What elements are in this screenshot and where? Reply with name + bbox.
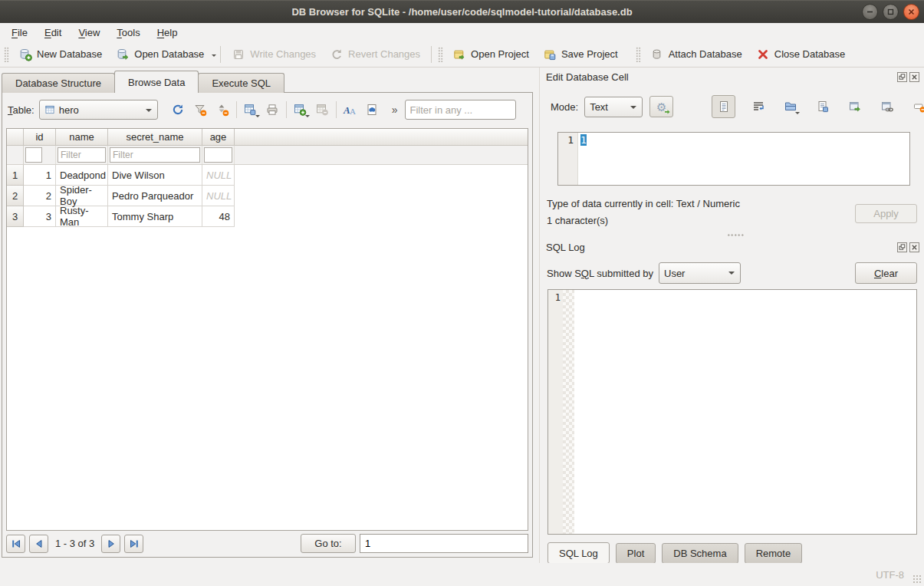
show-sql-label: Show SQL submitted by bbox=[547, 268, 653, 279]
import-cell-button[interactable] bbox=[779, 96, 801, 117]
text-view-button[interactable] bbox=[712, 95, 735, 118]
float-dock-button[interactable] bbox=[897, 72, 907, 82]
dock-splitter-handle[interactable] bbox=[727, 233, 744, 237]
tab-db-schema[interactable]: DB Schema bbox=[662, 543, 738, 564]
float-dock-button[interactable] bbox=[897, 242, 907, 252]
filter-input-id[interactable] bbox=[25, 147, 42, 163]
attach-database-button[interactable]: Attach Database bbox=[643, 44, 749, 64]
mode-combobox[interactable]: Text bbox=[584, 97, 643, 117]
delete-record-button bbox=[311, 99, 334, 120]
apply-format-button[interactable]: ⚙ bbox=[649, 96, 673, 117]
format-toolbar-button[interactable]: A A bbox=[339, 99, 361, 120]
tab-label: Database Structure bbox=[15, 77, 101, 89]
export-cell-button[interactable] bbox=[811, 96, 834, 117]
column-header-secret-name[interactable]: secret_name bbox=[108, 129, 202, 146]
svg-text:A: A bbox=[350, 107, 356, 116]
open-database-dropdown[interactable] bbox=[212, 54, 216, 59]
cell-secret-name[interactable]: Dive Wilson bbox=[108, 165, 202, 186]
table-combobox[interactable]: hero bbox=[39, 100, 158, 120]
tab-remote[interactable]: Remote bbox=[745, 543, 803, 564]
open-database-button[interactable]: Open Database bbox=[109, 44, 211, 64]
insert-record-button[interactable] bbox=[289, 99, 311, 120]
print-table-button[interactable] bbox=[261, 99, 284, 120]
grid-header-row: id name secret_name age bbox=[7, 129, 528, 146]
last-page-button[interactable] bbox=[124, 535, 143, 553]
cell-name[interactable]: Spider-Boy bbox=[56, 186, 108, 206]
menu-view[interactable]: View bbox=[70, 25, 108, 41]
refresh-button[interactable] bbox=[167, 99, 189, 120]
find-icon bbox=[365, 103, 379, 117]
new-database-button[interactable]: New Database bbox=[12, 44, 109, 64]
filter-input-age[interactable] bbox=[204, 147, 232, 163]
resize-grip[interactable] bbox=[912, 574, 922, 584]
cell-name[interactable]: Rusty-Man bbox=[56, 206, 108, 227]
filter-input-name[interactable] bbox=[58, 147, 106, 163]
cell-id[interactable]: 2 bbox=[24, 186, 56, 206]
tab-database-structure[interactable]: Database Structure bbox=[2, 73, 115, 93]
previous-page-button[interactable] bbox=[29, 535, 48, 553]
menu-file[interactable]: File bbox=[3, 25, 36, 41]
column-header-id[interactable]: id bbox=[24, 129, 56, 146]
cell-secret-name[interactable]: Tommy Sharp bbox=[108, 206, 202, 227]
menu-edit[interactable]: Edit bbox=[36, 25, 70, 41]
goto-button[interactable]: Go to: bbox=[301, 534, 356, 553]
save-project-button[interactable]: Save Project bbox=[536, 44, 625, 64]
column-header-name[interactable]: name bbox=[56, 129, 108, 146]
maximize-button[interactable] bbox=[883, 4, 899, 20]
clear-filters-button[interactable] bbox=[189, 99, 212, 120]
encoding-selector[interactable]: UTF-8 bbox=[876, 569, 904, 581]
attach-database-icon bbox=[650, 48, 664, 61]
clear-sorting-button[interactable] bbox=[212, 99, 234, 120]
pane-splitter[interactable] bbox=[539, 67, 540, 563]
export-table-button[interactable] bbox=[239, 99, 261, 120]
menu-tools[interactable]: Tools bbox=[108, 25, 148, 41]
cell-secret-name[interactable]: Pedro Parqueador bbox=[108, 186, 202, 206]
cell-age[interactable]: NULL bbox=[202, 165, 235, 186]
export-table-dropdown[interactable] bbox=[255, 115, 260, 120]
cell-age[interactable]: 48 bbox=[202, 206, 235, 227]
tab-browse-data[interactable]: Browse Data bbox=[114, 71, 199, 93]
copy-link-button[interactable] bbox=[876, 96, 898, 117]
set-null-button[interactable] bbox=[908, 96, 924, 117]
goto-input[interactable] bbox=[360, 534, 528, 553]
row-header[interactable]: 1 bbox=[7, 165, 24, 186]
cell-editor-content[interactable]: 1 bbox=[578, 133, 587, 185]
sql-log-content[interactable] bbox=[574, 290, 916, 534]
insert-record-dropdown[interactable] bbox=[305, 115, 310, 120]
open-project-button[interactable]: Open Project bbox=[446, 44, 536, 64]
cell-editor[interactable]: 1 1 bbox=[557, 132, 910, 186]
import-cell-dropdown[interactable] bbox=[795, 112, 800, 117]
revert-changes-button: Revert Changes bbox=[323, 44, 427, 64]
next-page-button[interactable] bbox=[101, 535, 120, 553]
first-page-button[interactable] bbox=[6, 535, 25, 553]
close-dock-button[interactable] bbox=[909, 72, 919, 82]
find-in-table-button[interactable] bbox=[361, 99, 383, 120]
tab-execute-sql[interactable]: Execute SQL bbox=[198, 73, 284, 93]
cell-id[interactable]: 3 bbox=[24, 206, 56, 227]
tab-plot[interactable]: Plot bbox=[616, 543, 656, 564]
cell-id[interactable]: 1 bbox=[24, 165, 56, 186]
tab-sql-log[interactable]: SQL Log bbox=[547, 542, 610, 564]
row-header[interactable]: 3 bbox=[7, 206, 24, 227]
open-in-app-button[interactable] bbox=[843, 96, 866, 117]
minimize-button[interactable] bbox=[862, 4, 878, 20]
write-changes-label: Write Changes bbox=[250, 48, 316, 60]
sql-log-editor[interactable]: 1 bbox=[547, 289, 917, 535]
last-page-icon bbox=[129, 538, 140, 549]
row-header[interactable]: 2 bbox=[7, 186, 24, 206]
toolbar-overflow-button[interactable]: » bbox=[390, 104, 400, 116]
cell-age[interactable]: NULL bbox=[202, 186, 235, 206]
filter-any-input[interactable] bbox=[405, 100, 516, 120]
close-dock-button[interactable] bbox=[909, 242, 919, 252]
column-header-age[interactable]: age bbox=[202, 129, 235, 146]
show-sql-combobox[interactable]: User bbox=[659, 262, 741, 284]
close-button[interactable] bbox=[903, 4, 919, 20]
filter-input-secret-name[interactable] bbox=[110, 147, 200, 163]
word-wrap-icon bbox=[751, 100, 765, 114]
attach-database-label: Attach Database bbox=[669, 48, 742, 60]
close-database-button[interactable]: Close Database bbox=[749, 44, 853, 64]
menu-help[interactable]: Help bbox=[149, 25, 186, 41]
word-wrap-button[interactable] bbox=[747, 96, 769, 117]
cell-name[interactable]: Deadpond bbox=[56, 165, 108, 186]
clear-log-button[interactable]: Clear bbox=[855, 262, 917, 284]
